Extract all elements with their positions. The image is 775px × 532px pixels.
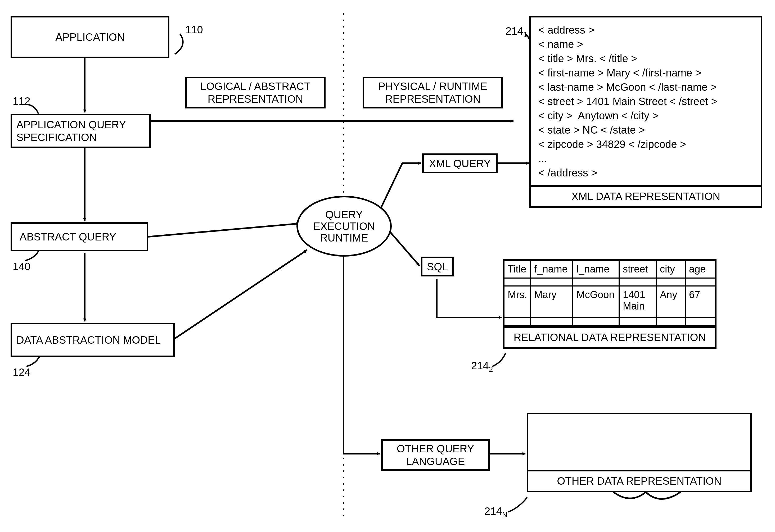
table-cell: Title xyxy=(505,261,531,279)
table-cell xyxy=(620,318,657,326)
table-cell xyxy=(531,318,573,326)
table-cell xyxy=(686,279,715,287)
other-query-lang-box: OTHER QUERY LANGUAGE xyxy=(381,439,490,471)
relational-grid: Titlef_namel_namestreetcityageMrs.MaryMc… xyxy=(505,261,715,326)
table-cell: Mary xyxy=(531,287,573,318)
xml-query-box: XML QUERY xyxy=(422,153,498,173)
xml-footer: XML DATA REPRESENTATION xyxy=(531,185,761,206)
query-execution-runtime-ellipse: QUERY EXECUTION RUNTIME xyxy=(296,196,392,257)
ref-214-2: 2142 xyxy=(471,360,493,374)
table-cell: 1401 Main xyxy=(620,287,657,318)
table-cell: street xyxy=(620,261,657,279)
blob-area xyxy=(528,414,750,470)
diagram-canvas: APPLICATION 110 112 APPLICATION QUERY SP… xyxy=(0,0,775,532)
abstract-query-label: ABSTRACT QUERY xyxy=(20,230,116,243)
xml-query-label: XML QUERY xyxy=(429,157,491,170)
other-footer: OTHER DATA REPRESENTATION xyxy=(528,470,750,491)
svg-line-4 xyxy=(148,224,299,237)
data-abstraction-model-box: DATA ABSTRACTION MODEL xyxy=(11,323,175,357)
other-data-box: OTHER DATA REPRESENTATION xyxy=(527,413,752,492)
other-query-lang-label: OTHER QUERY LANGUAGE xyxy=(387,442,484,468)
physical-runtime-label: PHYSICAL / RUNTIME REPRESENTATION xyxy=(368,80,497,105)
table-cell: l_name xyxy=(573,261,620,279)
application-label: APPLICATION xyxy=(55,31,125,43)
ref-214-n: 214N xyxy=(484,505,508,519)
ref-214-1: 2141 xyxy=(506,25,527,39)
sql-box: SQL xyxy=(421,257,454,276)
table-cell: Any xyxy=(657,287,686,318)
table-cell xyxy=(657,318,686,326)
table-cell xyxy=(573,279,620,287)
table-cell xyxy=(573,318,620,326)
logical-abstract-box: LOGICAL / ABSTRACT REPRESENTATION xyxy=(185,77,325,108)
sql-label: SQL xyxy=(427,260,448,273)
app-query-spec-label: APPLICATION QUERY SPECIFICATION xyxy=(16,118,145,144)
table-cell: 67 xyxy=(686,287,715,318)
relational-footer: RELATIONAL DATA REPRESENTATION xyxy=(505,326,715,347)
svg-line-5 xyxy=(175,250,307,339)
table-cell xyxy=(531,279,573,287)
physical-runtime-box: PHYSICAL / RUNTIME REPRESENTATION xyxy=(362,77,503,108)
table-cell xyxy=(620,279,657,287)
application-box: APPLICATION xyxy=(11,16,169,58)
table-cell: age xyxy=(686,261,715,279)
logical-abstract-label: LOGICAL / ABSTRACT REPRESENTATION xyxy=(191,80,320,105)
app-query-spec-box: APPLICATION QUERY SPECIFICATION xyxy=(11,114,151,148)
table-cell: McGoon xyxy=(573,287,620,318)
table-cell xyxy=(657,279,686,287)
xml-data-box: < address > < name > < title > Mrs. < /t… xyxy=(529,16,762,208)
query-execution-runtime-label: QUERY EXECUTION RUNTIME xyxy=(298,209,390,244)
table-cell xyxy=(686,318,715,326)
ref-140: 140 xyxy=(13,261,30,272)
table-cell xyxy=(505,318,531,326)
table-cell: city xyxy=(657,261,686,279)
ref-110: 110 xyxy=(185,24,203,36)
table-cell xyxy=(505,279,531,287)
ref-124: 124 xyxy=(13,366,30,378)
data-abstraction-model-label: DATA ABSTRACTION MODEL xyxy=(16,334,161,346)
ref-112: 112 xyxy=(13,95,30,107)
table-cell: f_name xyxy=(531,261,573,279)
xml-content: < address > < name > < title > Mrs. < /t… xyxy=(531,17,761,185)
relational-data-box: Titlef_namel_namestreetcityageMrs.MaryMc… xyxy=(503,259,717,349)
svg-line-8 xyxy=(389,230,420,266)
table-cell: Mrs. xyxy=(505,287,531,318)
abstract-query-box: ABSTRACT QUERY xyxy=(11,222,148,251)
